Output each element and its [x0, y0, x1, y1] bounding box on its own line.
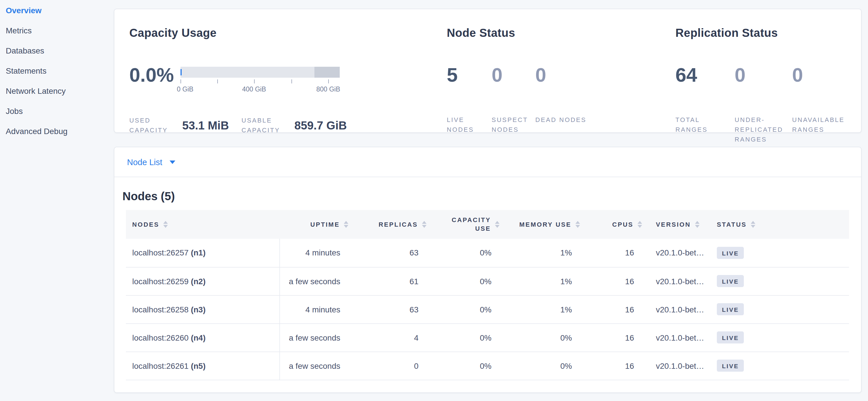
node-id: (n2)	[191, 277, 206, 286]
nodes-count-heading: Nodes (5)	[122, 190, 861, 203]
column-header-uptime[interactable]: UPTIME	[279, 210, 348, 239]
node-address: localhost:26257	[132, 248, 189, 257]
uptime-cell: 4 minutes	[279, 295, 348, 323]
column-header-capacity-use[interactable]: CAPACITY USE	[427, 210, 499, 239]
capacity-bar	[181, 67, 340, 78]
capacity-used-percent: 0.0%	[129, 62, 181, 98]
column-header-version[interactable]: VERSION	[642, 210, 711, 239]
replicas-cell: 63	[348, 239, 427, 267]
capacity-bar-nonusable-segment	[314, 67, 340, 78]
capacity-use-cell: 0%	[427, 295, 499, 323]
axis-label-0: 0 GiB	[177, 86, 193, 93]
version-cell: v20.1.0-bet…	[642, 239, 711, 267]
capacity-bar-chart: 0 GiB 400 GiB 800 GiB	[181, 67, 340, 98]
sidebar-item-metrics[interactable]: Metrics	[0, 20, 114, 40]
column-header-memory-use[interactable]: MEMORY USE	[499, 210, 580, 239]
node-list-selector-label: Node List	[127, 157, 162, 167]
usable-capacity-value: 859.7 GiB	[294, 119, 347, 132]
replicas-cell: 61	[348, 267, 427, 295]
used-capacity-value: 53.1 MiB	[182, 119, 229, 132]
memory-use-cell: 0%	[499, 323, 580, 351]
column-header-nodes[interactable]: NODES	[126, 210, 279, 239]
column-header-replicas[interactable]: REPLICAS	[348, 210, 427, 239]
node-id: (n5)	[191, 361, 206, 370]
capacity-usage-chart: 0.0% 0 GiB 400 Gi	[129, 62, 447, 98]
version-cell: v20.1.0-bet…	[642, 295, 711, 323]
sort-icon	[638, 221, 642, 228]
column-label: VERSION	[656, 221, 691, 228]
dead-nodes-label: DEAD NODES	[535, 115, 595, 125]
replication-status-title: Replication Status	[676, 24, 861, 41]
axis-tick	[291, 79, 292, 83]
uptime-cell: a few seconds	[279, 323, 348, 351]
sort-icon	[751, 221, 755, 228]
cpus-cell: 16	[580, 323, 642, 351]
sidebar-item-network-latency[interactable]: Network Latency	[0, 81, 114, 101]
nodes-table: NODES UPTIME REPLICAS CAPACITY USE MEMOR	[126, 210, 849, 380]
axis-tick	[217, 79, 218, 83]
sidebar-nav: Overview Metrics Databases Statements Ne…	[0, 0, 114, 141]
sort-icon	[576, 221, 580, 228]
node-list-card: Node List Nodes (5) NODES UPTIME	[114, 147, 862, 393]
capacity-usage-section: Capacity Usage 0.0%	[114, 9, 447, 132]
memory-use-cell: 1%	[499, 239, 580, 267]
total-ranges-value: 64	[676, 62, 735, 87]
sort-icon	[695, 221, 699, 228]
table-row-node-5[interactable]: localhost:26261 (n5) a few seconds 0 0% …	[126, 351, 849, 380]
caret-down-icon	[170, 160, 176, 164]
column-label: REPLICAS	[378, 221, 418, 228]
main-content: Capacity Usage 0.0%	[114, 0, 862, 393]
sort-icon	[495, 221, 499, 228]
column-header-cpus[interactable]: CPUS	[580, 210, 642, 239]
column-label: CAPACITY USE	[446, 216, 491, 233]
unavailable-ranges-label: UNAVAILABLE RANGES	[792, 115, 861, 135]
unavailable-ranges-metric: 0 UNAVAILABLE RANGES	[792, 62, 861, 144]
column-label: UPTIME	[310, 221, 340, 228]
uptime-cell: a few seconds	[279, 351, 348, 380]
total-ranges-metric: 64 TOTAL RANGES	[676, 62, 735, 144]
sidebar-item-jobs[interactable]: Jobs	[0, 101, 114, 121]
live-nodes-value: 5	[447, 62, 492, 87]
unavailable-ranges-value: 0	[792, 62, 861, 87]
replicas-cell: 4	[348, 323, 427, 351]
table-row-node-4[interactable]: localhost:26260 (n4) a few seconds 4 0% …	[126, 323, 849, 351]
replicas-cell: 0	[348, 351, 427, 380]
capacity-usage-title: Capacity Usage	[129, 24, 447, 41]
status-badge: LIVE	[717, 360, 744, 372]
suspect-nodes-value: 0	[492, 62, 535, 87]
sidebar-item-overview[interactable]: Overview	[0, 0, 114, 20]
node-address: localhost:26258	[132, 305, 189, 314]
live-nodes-metric: 5 LIVE NODES	[447, 62, 492, 135]
axis-label-800: 800 GiB	[316, 86, 340, 93]
used-capacity-label: USED CAPACITY	[129, 116, 168, 135]
memory-use-cell: 1%	[499, 295, 580, 323]
column-label: STATUS	[717, 221, 747, 228]
replication-status-metrics: 64 TOTAL RANGES 0 UNDER-REPLICATED RANGE…	[676, 62, 861, 144]
table-row-node-1[interactable]: localhost:26257 (n1) 4 minutes 63 0% 1% …	[126, 239, 849, 267]
axis-tick	[254, 79, 255, 83]
table-row-node-2[interactable]: localhost:26259 (n2) a few seconds 61 0%…	[126, 267, 849, 295]
version-cell: v20.1.0-bet…	[642, 351, 711, 380]
sidebar-item-databases[interactable]: Databases	[0, 40, 114, 60]
cpus-cell: 16	[580, 351, 642, 380]
sidebar-item-statements[interactable]: Statements	[0, 60, 114, 81]
axis-tick	[328, 79, 329, 83]
usable-capacity-label: USABLE CAPACITY	[242, 116, 281, 135]
table-row-node-3[interactable]: localhost:26258 (n3) 4 minutes 63 0% 1% …	[126, 295, 849, 323]
capacity-metrics: USED CAPACITY 53.1 MiB USABLE CAPACITY 8…	[129, 116, 447, 135]
capacity-use-cell: 0%	[427, 323, 499, 351]
memory-use-cell: 0%	[499, 351, 580, 380]
node-list-view-selector[interactable]: Node List	[114, 147, 861, 177]
column-label: MEMORY USE	[519, 221, 571, 228]
node-id: (n4)	[191, 333, 206, 342]
replication-status-section: Replication Status 64 TOTAL RANGES 0 UND…	[676, 9, 861, 132]
under-replicated-ranges-metric: 0 UNDER-REPLICATED RANGES	[735, 62, 792, 144]
sort-icon	[422, 221, 427, 228]
live-nodes-label: LIVE NODES	[447, 115, 492, 135]
status-badge: LIVE	[717, 332, 744, 343]
sort-icon	[163, 221, 168, 228]
status-badge: LIVE	[717, 303, 744, 315]
node-address: localhost:26261	[132, 361, 189, 370]
column-header-status[interactable]: STATUS	[711, 210, 849, 239]
sidebar-item-advanced-debug[interactable]: Advanced Debug	[0, 121, 114, 141]
